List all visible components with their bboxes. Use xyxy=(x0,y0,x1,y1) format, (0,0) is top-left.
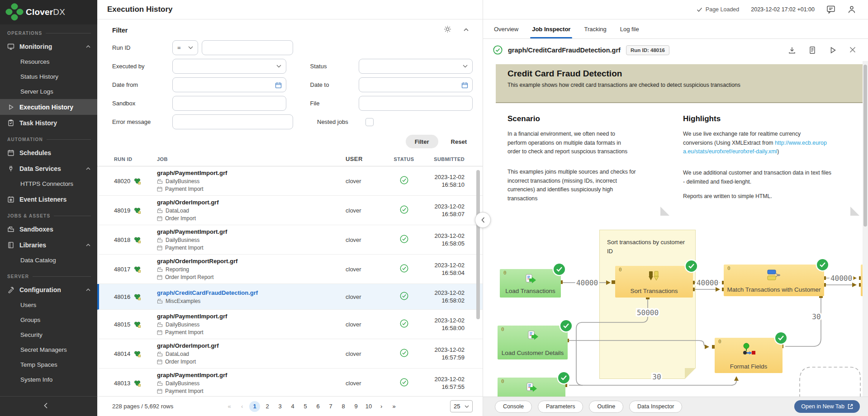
tab-tracking[interactable]: Tracking xyxy=(584,19,606,38)
gear-icon[interactable] xyxy=(444,25,451,35)
prev-page-button[interactable]: ‹ xyxy=(237,401,247,412)
date-to-input[interactable] xyxy=(359,78,472,92)
job-link[interactable]: graph/PaymentImport.grf xyxy=(157,170,346,177)
job-link[interactable]: graph/OrderImport.grf xyxy=(157,342,346,350)
file-input[interactable] xyxy=(359,96,472,110)
sidebar-item-users[interactable]: Users xyxy=(0,298,97,312)
table-row[interactable]: 48015graph/PaymentImport.grfDailyBusines… xyxy=(97,310,483,339)
sidebar-item-resources[interactable]: Resources xyxy=(0,54,97,69)
chevron-up-icon[interactable] xyxy=(85,167,91,170)
run-again-icon[interactable] xyxy=(829,46,837,54)
status-select[interactable] xyxy=(359,59,473,74)
page-button[interactable]: 8 xyxy=(338,401,349,412)
table-row[interactable]: 48019graph/OrderImport.grfDataLoadOrder … xyxy=(97,196,483,225)
sandbox-input[interactable] xyxy=(173,96,286,110)
last-page-button[interactable]: » xyxy=(389,401,399,412)
sidebar-item-sandboxes[interactable]: Sandboxes xyxy=(0,221,97,237)
first-page-button[interactable]: « xyxy=(224,401,235,412)
sidebar-item-data-catalog[interactable]: Data Catalog xyxy=(0,253,97,268)
sidebar-item-system-info[interactable]: System Info xyxy=(0,372,97,387)
sidebar-item-data-services[interactable]: Data Services xyxy=(0,161,97,176)
table-scrollbar-thumb[interactable] xyxy=(476,170,480,319)
sidebar-item-https-connectors[interactable]: HTTPS Connectors xyxy=(0,176,97,191)
job-link[interactable]: graph/OrderImport.grf xyxy=(157,199,346,206)
sidebar-item-secret-managers[interactable]: Secret Managers xyxy=(0,342,97,357)
open-in-new-tab-button[interactable]: Open in New Tab xyxy=(794,400,860,413)
tab-job-inspector[interactable]: Job Inspector xyxy=(532,19,570,38)
sidebar-item-security[interactable]: Security xyxy=(0,327,97,342)
schedule-name: Payment Import xyxy=(165,388,204,394)
page-button[interactable]: 2 xyxy=(262,401,273,412)
page-button[interactable]: 7 xyxy=(325,401,336,412)
table-row[interactable]: 48016graph/CreditCardFraudDetection.grfM… xyxy=(97,284,483,310)
page-button[interactable]: 9 xyxy=(351,401,361,412)
download-icon[interactable] xyxy=(788,46,796,54)
sidebar-item-configuration[interactable]: Configuration xyxy=(0,282,97,298)
parameters-button[interactable]: Parameters xyxy=(538,401,583,413)
data-inspector-button[interactable]: Data Inspector xyxy=(629,401,682,413)
job-link[interactable]: graph/PaymentImport.grf xyxy=(157,313,346,320)
close-icon[interactable] xyxy=(849,46,856,54)
page-size-select[interactable]: 25 xyxy=(450,400,473,412)
next-page-button[interactable]: › xyxy=(376,401,387,412)
console-button[interactable]: Console xyxy=(495,401,532,413)
graph-node-sort-transactions[interactable]: 0 Sort Transactions xyxy=(615,266,693,298)
run-id-operator-select[interactable]: = xyxy=(172,40,198,55)
reset-button[interactable]: Reset xyxy=(451,138,467,145)
error-message-input[interactable] xyxy=(173,115,293,129)
run-id-input[interactable] xyxy=(202,41,293,55)
table-row[interactable]: 48018graph/PaymentImport.grfDailyBusines… xyxy=(97,225,483,255)
table-row[interactable]: 48014graph/OrderImport.grfDataLoadOrder … xyxy=(97,339,483,369)
sidebar-item-libraries[interactable]: Libraries xyxy=(0,237,97,253)
page-button[interactable]: 10 xyxy=(363,401,374,412)
chevron-up-icon[interactable] xyxy=(85,288,91,292)
sidebar-item-monitoring[interactable]: Monitoring xyxy=(0,38,97,54)
table-row[interactable]: 48017graph/OrderImportReport.grfReportin… xyxy=(97,255,483,284)
page-button[interactable]: 1 xyxy=(249,401,260,412)
sidebar-item-status-history[interactable]: Status History xyxy=(0,69,97,84)
date-from-input[interactable] xyxy=(173,78,286,92)
log-file-icon[interactable] xyxy=(808,46,816,54)
filter-button[interactable]: Filter xyxy=(406,135,438,148)
job-link[interactable]: graph/PaymentImport.grf xyxy=(157,228,346,236)
sidebar-item-execution-history[interactable]: Execution History xyxy=(0,99,97,115)
graph-node-format-fields[interactable]: 0 Format Fields xyxy=(715,338,783,373)
sidebar-item-task-history[interactable]: Task History xyxy=(0,115,97,131)
canvas-scrollbar-thumb[interactable] xyxy=(863,65,867,227)
page-button[interactable]: 4 xyxy=(287,401,298,412)
run-id-value: 48016 xyxy=(114,293,130,300)
sidebar-item-groups[interactable]: Groups xyxy=(0,312,97,327)
graph-node-load-customer-details[interactable]: 0 Load Customer Details xyxy=(498,326,568,359)
job-link[interactable]: graph/PaymentImport.grf xyxy=(157,372,346,379)
graph-canvas[interactable]: Credit Card Fraud Detection This example… xyxy=(483,61,868,397)
outline-button[interactable]: Outline xyxy=(589,401,623,413)
date-from-label: Date from xyxy=(112,81,172,88)
panel-collapse-button[interactable] xyxy=(475,212,491,228)
sidebar-item-temp-spaces[interactable]: Temp Spaces xyxy=(0,357,97,372)
graph-node-partial[interactable]: 0 xyxy=(498,378,565,397)
chevron-left-icon xyxy=(43,402,48,411)
chevron-up-icon[interactable] xyxy=(85,243,91,247)
tab-log-file[interactable]: Log file xyxy=(620,19,639,38)
nested-jobs-checkbox[interactable] xyxy=(365,118,374,126)
graph-node-load-transactions[interactable]: 0 Load Transactions xyxy=(500,269,561,298)
feedback-icon[interactable] xyxy=(826,5,835,14)
page-button[interactable]: 3 xyxy=(275,401,285,412)
sidebar-item-schedules[interactable]: Schedules xyxy=(0,145,97,161)
graph-node-match-transactions[interactable]: 0 Match Transactions with Customer xyxy=(724,265,824,296)
sidebar-item-event-listeners[interactable]: Event Listeners xyxy=(0,191,97,207)
executed-by-select[interactable] xyxy=(172,59,286,74)
page-button[interactable]: 5 xyxy=(300,401,311,412)
user-icon[interactable] xyxy=(847,5,856,14)
table-row[interactable]: 48020graph/PaymentImport.grfDailyBusines… xyxy=(97,166,483,196)
sidebar-item-server-logs[interactable]: Server Logs xyxy=(0,84,97,99)
tab-overview[interactable]: Overview xyxy=(494,19,518,38)
page-button[interactable]: 6 xyxy=(313,401,323,412)
collapse-filter-icon[interactable] xyxy=(463,25,469,35)
job-link[interactable]: graph/CreditCardFraudDetection.grf xyxy=(157,289,346,297)
chevron-up-icon[interactable] xyxy=(85,45,91,48)
cloverdx-logo[interactable]: CloverDX xyxy=(0,0,97,24)
sidebar-collapse-button[interactable] xyxy=(0,396,97,416)
job-link[interactable]: graph/OrderImportReport.grf xyxy=(157,258,346,265)
table-row[interactable]: 48013graph/PaymentImport.grfDailyBusines… xyxy=(97,369,483,396)
